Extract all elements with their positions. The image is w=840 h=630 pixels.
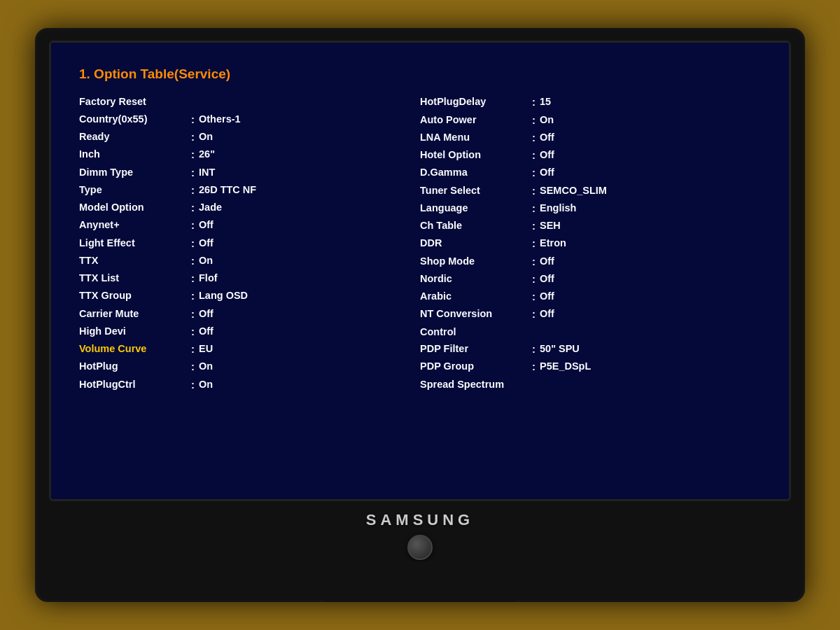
menu-value: Etron [540, 235, 566, 251]
menu-separator: : [191, 270, 195, 286]
left-menu-row: Model Option:Jade [79, 200, 420, 216]
menu-label: Nordic [420, 271, 532, 287]
tv-screen: 1. Option Table(Service) Factory ResetCo… [51, 43, 789, 499]
right-menu-row: LNA Menu:Off [420, 130, 761, 146]
menu-label: LNA Menu [420, 130, 532, 146]
menu-separator: : [191, 129, 195, 145]
right-menu-row: Shop Mode:Off [420, 253, 761, 270]
left-menu-row: Dimm Type:INT [79, 164, 420, 181]
menu-value: On [199, 129, 213, 145]
menu-separator: : [191, 377, 195, 393]
menu-value: On [540, 112, 554, 128]
left-menu-row: Volume Curve:EU [79, 341, 420, 357]
menu-value: On [199, 358, 213, 374]
right-menu-row: Nordic:Off [420, 271, 761, 287]
menu-label: Light Effect [79, 235, 191, 251]
right-menu-row: NT Conversion:Off [420, 306, 761, 322]
menu-separator: : [532, 147, 536, 163]
menu-value: Off [540, 164, 554, 181]
tv-power-button[interactable] [407, 535, 433, 560]
menu-value: English [540, 200, 576, 216]
menu-value: 26" [199, 146, 215, 162]
menu-label: Arabic [420, 288, 532, 304]
menu-separator: : [191, 341, 195, 357]
menu-separator: : [532, 271, 536, 287]
left-menu-row: Inch:26" [79, 146, 420, 162]
nt-control-row: Control [420, 324, 761, 340]
menu-separator: : [532, 358, 536, 374]
menu-separator: : [191, 235, 195, 251]
menu-label: HotPlug [79, 358, 191, 374]
menu-label: HotPlugCtrl [79, 377, 191, 393]
right-menu-row: Spread Spectrum [420, 377, 761, 392]
tv-screen-bezel: 1. Option Table(Service) Factory ResetCo… [49, 41, 791, 501]
left-menu-row: TTX:On [79, 253, 420, 269]
menu-label: High Devi [79, 323, 191, 340]
menu-label: Inch [79, 146, 191, 162]
menu-value: Off [540, 130, 554, 146]
left-menu-row: HotPlugCtrl:On [79, 377, 420, 393]
menu-separator: : [191, 358, 195, 374]
tv-stand [343, 561, 497, 602]
menu-separator: : [191, 253, 195, 269]
right-menu-row: HotPlugDelay:15 [420, 94, 761, 110]
left-menu-row: Carrier Mute:Off [79, 306, 420, 322]
menu-label: HotPlugDelay [420, 94, 532, 110]
menu-separator: : [532, 94, 536, 110]
menu-label: Type [79, 182, 191, 198]
menu-separator: : [532, 183, 536, 199]
menu-separator: : [532, 235, 536, 251]
left-menu-row: TTX List:Flof [79, 270, 420, 286]
menu-value: SEH [540, 218, 561, 234]
menu-label: Anynet+ [79, 217, 191, 233]
menu-label: Dimm Type [79, 164, 191, 181]
menu-value: Off [540, 306, 554, 322]
menu-value: Jade [199, 200, 222, 216]
left-menu-row: High Devi:Off [79, 323, 420, 340]
menu-separator: : [532, 200, 536, 216]
menu-separator: : [191, 111, 195, 127]
menu-separator: : [191, 288, 195, 304]
right-menu-row: Arabic:Off [420, 288, 761, 304]
menu-label: Country(0x55) [79, 111, 191, 127]
menu-label: Auto Power [420, 112, 532, 128]
menu-label: Factory Reset [79, 94, 191, 109]
menu-label: Volume Curve [79, 341, 191, 357]
menu-value: On [199, 377, 213, 393]
menu-value: Flof [199, 270, 218, 286]
left-menu-row: Anynet+:Off [79, 217, 420, 233]
menu-value: On [199, 253, 213, 269]
menu-label: Shop Mode [420, 253, 532, 270]
menu-value: Off [199, 235, 214, 251]
right-menu-row: PDP Filter:50" SPU [420, 341, 761, 357]
menu-value: Off [199, 306, 214, 322]
right-menu-row: Tuner Select:SEMCO_SLIM [420, 183, 761, 199]
left-menu-row: Factory Reset [79, 94, 420, 109]
menu-value: 26D TTC NF [199, 182, 256, 198]
left-menu-row: HotPlug:On [79, 358, 420, 374]
left-menu-row: Type:26D TTC NF [79, 182, 420, 198]
menu-value: Off [540, 253, 554, 270]
menu-separator: : [191, 146, 195, 162]
menu-label: Model Option [79, 200, 191, 216]
menu-value: SEMCO_SLIM [540, 183, 607, 199]
menu-separator: : [191, 217, 195, 233]
menu-label: NT Conversion [420, 306, 532, 322]
menu-separator: : [191, 306, 195, 322]
menu-label: TTX List [79, 270, 191, 286]
menu-value: INT [199, 164, 215, 181]
menu-separator: : [191, 200, 195, 216]
menu-value: Lang OSD [199, 288, 248, 304]
menu-value: Off [540, 288, 554, 304]
menu-label: Carrier Mute [79, 306, 191, 322]
screen-title: 1. Option Table(Service) [79, 64, 761, 84]
menu-separator: : [191, 182, 195, 198]
menu-value: Off [540, 271, 554, 287]
menu-value: Off [199, 323, 214, 340]
menu-separator: : [532, 306, 536, 322]
columns-wrapper: Factory ResetCountry(0x55):Others-1Ready… [79, 94, 761, 393]
menu-label: DDR [420, 235, 532, 251]
menu-separator: : [532, 341, 536, 357]
menu-value: 50" SPU [540, 341, 580, 357]
menu-value: Off [199, 217, 214, 233]
